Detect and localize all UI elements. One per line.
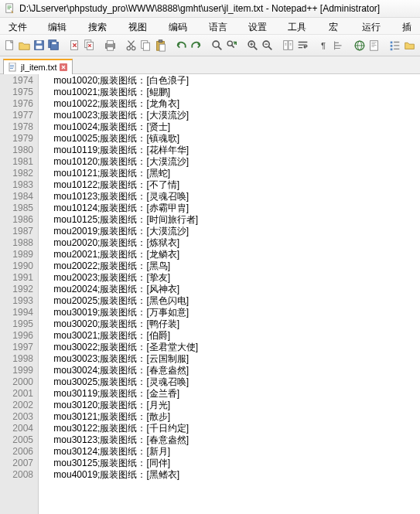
- line-number: 1976: [0, 98, 33, 110]
- svg-point-18: [131, 46, 135, 49]
- menu-9[interactable]: 运行(R): [357, 19, 397, 32]
- line-number: 1982: [0, 168, 33, 179]
- code-line[interactable]: mou30025;服装图纸：[灵魂召唤]: [43, 376, 420, 388]
- indent-guide-icon[interactable]: [332, 38, 345, 53]
- svg-rect-15: [107, 41, 113, 44]
- svg-rect-20: [143, 43, 149, 50]
- paste-icon[interactable]: [154, 38, 167, 53]
- svg-rect-38: [391, 45, 393, 47]
- folder-icon[interactable]: [403, 38, 416, 53]
- code-line[interactable]: mou10125;服装图纸：[时间旅行者]: [43, 214, 420, 226]
- menu-7[interactable]: 工具(O): [282, 19, 323, 32]
- code-line[interactable]: mou20020;服装图纸：[炼狱衣]: [43, 237, 420, 249]
- language-icon[interactable]: [353, 38, 366, 53]
- code-line[interactable]: mou10021;服装图纸：[鲲鹏]: [43, 87, 420, 98]
- line-number: 1986: [0, 214, 33, 226]
- line-number: 1998: [0, 353, 33, 365]
- titlebar: D:\JLserver\phpstudy_pro\WWW\8888\gmht\u…: [0, 0, 420, 18]
- code-line[interactable]: mou30121;服装图纸：[散步]: [43, 411, 420, 423]
- line-number: 2006: [0, 446, 33, 458]
- code-line[interactable]: mou10024;服装图纸：[贤士]: [43, 121, 420, 133]
- redo-icon[interactable]: [190, 38, 203, 53]
- code-line[interactable]: mou10122;服装图纸：[不了情]: [43, 179, 420, 191]
- code-line[interactable]: mou10124;服装图纸：[赤霸甲胄]: [43, 203, 420, 214]
- svg-rect-34: [371, 43, 374, 44]
- copy-icon[interactable]: [139, 38, 152, 53]
- zoom-in-icon[interactable]: [246, 38, 259, 53]
- svg-rect-3: [8, 9, 11, 9]
- sync-scroll-icon[interactable]: [282, 38, 295, 53]
- code-line[interactable]: mou40019;服装图纸：[黑鳍衣]: [43, 469, 420, 481]
- line-number: 1977: [0, 110, 33, 121]
- line-number: 1994: [0, 307, 33, 318]
- menu-6[interactable]: 设置(T): [243, 19, 282, 32]
- menu-1[interactable]: 编辑(E): [43, 19, 83, 32]
- svg-rect-22: [159, 40, 162, 43]
- open-file-icon[interactable]: [18, 38, 31, 53]
- menu-8[interactable]: 宏(M): [323, 19, 356, 32]
- menu-3[interactable]: 视图(V): [123, 19, 163, 32]
- code-line[interactable]: mou10121;服装图纸：[黑蛇]: [43, 168, 420, 179]
- line-number: 2008: [0, 469, 33, 481]
- code-line[interactable]: mou30123;服装图纸：[春意盎然]: [43, 434, 420, 446]
- code-line[interactable]: mou10025;服装图纸：[镇魂歌]: [43, 133, 420, 145]
- code-line[interactable]: mou30125;服装图纸：[同伴]: [43, 458, 420, 469]
- menu-5[interactable]: 语言(L): [203, 19, 243, 32]
- code-line[interactable]: mou30023;服装图纸：[云国制服]: [43, 353, 420, 365]
- code-line[interactable]: mou10023;服装图纸：[大漠流沙]: [43, 110, 420, 121]
- code-line[interactable]: mou30019;服装图纸：[万事如意]: [43, 307, 420, 318]
- titlebar-text: D:\JLserver\phpstudy_pro\WWW\8888\gmht\u…: [19, 3, 380, 14]
- code-line[interactable]: mou30022;服装图纸：[圣君堂大使]: [43, 342, 420, 353]
- code-line[interactable]: mou10119;服装图纸：[花样年华]: [43, 145, 420, 156]
- tab-close-button[interactable]: [60, 63, 67, 71]
- new-file-icon[interactable]: [3, 38, 16, 53]
- save-all-icon[interactable]: [47, 38, 60, 53]
- code-line[interactable]: mou30122;服装图纸：[千日约定]: [43, 423, 420, 434]
- code-line[interactable]: mou20021;服装图纸：[龙鳞衣]: [43, 249, 420, 260]
- svg-rect-33: [371, 42, 376, 43]
- menubar: 文件(F)编辑(E)搜索(S)视图(V)编码(N)语言(L)设置(T)工具(O)…: [0, 18, 420, 35]
- svg-rect-39: [391, 49, 393, 51]
- close-all-icon[interactable]: [83, 38, 96, 53]
- line-number: 1997: [0, 342, 33, 353]
- word-wrap-icon[interactable]: [296, 38, 309, 53]
- menu-0[interactable]: 文件(F): [3, 19, 43, 32]
- code-line[interactable]: mou30120;服装图纸：[月光]: [43, 400, 420, 411]
- svg-rect-46: [10, 68, 13, 69]
- menu-10[interactable]: 插: [397, 19, 417, 32]
- func-list-icon[interactable]: [388, 38, 401, 53]
- replace-icon[interactable]: [225, 38, 238, 53]
- code-line[interactable]: mou30124;服装图纸：[新月]: [43, 446, 420, 458]
- line-number: 1975: [0, 87, 33, 98]
- cut-icon[interactable]: [125, 38, 138, 53]
- code-line[interactable]: mou10022;服装图纸：[龙角衣]: [43, 98, 420, 110]
- save-icon[interactable]: [32, 38, 46, 53]
- show-all-chars-icon[interactable]: ¶: [317, 38, 330, 53]
- print-icon[interactable]: [104, 38, 117, 53]
- toolbar: ¶: [0, 35, 420, 56]
- zoom-out-icon[interactable]: [261, 38, 274, 53]
- line-number: 1995: [0, 318, 33, 330]
- svg-rect-2: [8, 7, 12, 8]
- code-line[interactable]: mou10123;服装图纸：[灵魂召唤]: [43, 191, 420, 203]
- undo-icon[interactable]: [175, 38, 188, 53]
- code-line[interactable]: mou20024;服装图纸：[风神衣]: [43, 284, 420, 295]
- code-area[interactable]: mou10020;服装图纸：[白色浪子] mou10021;服装图纸：[鲲鹏] …: [39, 74, 420, 514]
- code-line[interactable]: mou20019;服装图纸：[大漠流沙]: [43, 226, 420, 237]
- line-gutter: 1974197519761977197819791980198119821983…: [0, 74, 39, 514]
- code-line[interactable]: mou30020;服装图纸：[鸭仔装]: [43, 318, 420, 330]
- close-icon[interactable]: [68, 38, 81, 53]
- code-line[interactable]: mou10020;服装图纸：[白色浪子]: [43, 75, 420, 87]
- menu-4[interactable]: 编码(N): [163, 19, 203, 32]
- code-line[interactable]: mou20025;服装图纸：[黑色闪电]: [43, 295, 420, 307]
- code-line[interactable]: mou20023;服装图纸：[挚友]: [43, 272, 420, 284]
- code-line[interactable]: mou30021;服装图纸：[伯爵]: [43, 330, 420, 342]
- code-line[interactable]: mou20022;服装图纸：[黑鸟]: [43, 260, 420, 272]
- code-line[interactable]: mou30119;服装图纸：[金兰香]: [43, 388, 420, 400]
- tab-jl-item[interactable]: jl_item.txt: [3, 59, 73, 74]
- menu-2[interactable]: 搜索(S): [83, 19, 123, 32]
- doc-map-icon[interactable]: [367, 38, 381, 53]
- code-line[interactable]: mou30024;服装图纸：[春意盎然]: [43, 365, 420, 376]
- code-line[interactable]: mou10120;服装图纸：[大漠流沙]: [43, 156, 420, 168]
- find-icon[interactable]: [210, 38, 224, 53]
